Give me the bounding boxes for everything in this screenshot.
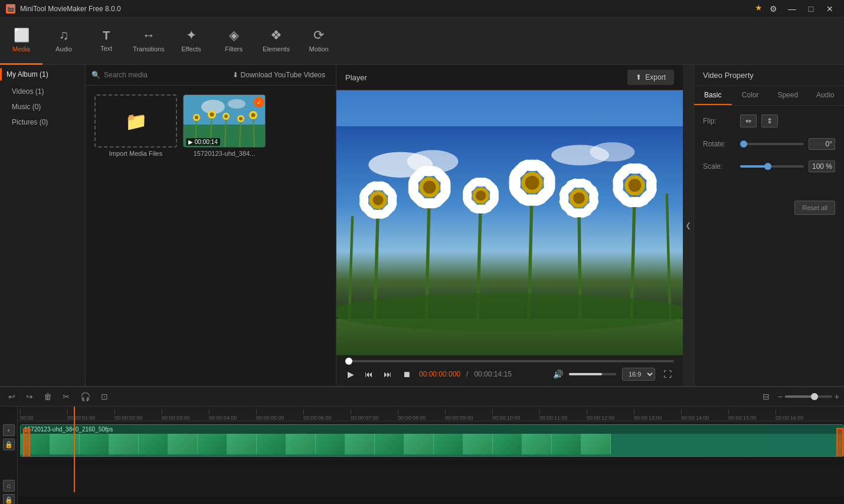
volume-slider[interactable]: [569, 373, 616, 375]
zoom-out-button[interactable]: −: [778, 392, 783, 401]
text-icon: T: [103, 29, 110, 42]
add-video-icon[interactable]: +: [3, 424, 15, 436]
tab-color[interactable]: Color: [732, 86, 770, 105]
minimize-button[interactable]: —: [784, 3, 800, 15]
crop-button[interactable]: ⊡: [97, 390, 112, 404]
toolbar-audio[interactable]: ♫ Audio: [42, 18, 85, 65]
scale-slider[interactable]: [740, 165, 804, 168]
lock-video-icon[interactable]: 🔒: [3, 438, 15, 450]
tick-16: 00:00:16:00: [776, 415, 804, 421]
clip-left-handle[interactable]: ⟩: [23, 428, 30, 457]
progress-thumb[interactable]: [345, 358, 352, 365]
tick-6: 00:00:06:00: [303, 415, 332, 421]
video-clip[interactable]: 15720123-uhd_3840_2160_50fps: [20, 424, 844, 457]
zoom-in-button[interactable]: +: [835, 392, 839, 401]
import-box[interactable]: 📁: [94, 94, 177, 148]
progress-bar[interactable]: [345, 360, 674, 362]
player-controls: ▶ ⏮ ⏭ ⏹ 00:00:00:000 / 00:00:14:15 🔊 16: [336, 355, 683, 386]
delete-button[interactable]: 🗑: [40, 390, 55, 404]
tab-audio[interactable]: Audio: [807, 86, 845, 105]
clip-right-handle[interactable]: ⟨: [836, 428, 843, 457]
playhead[interactable]: [74, 407, 75, 492]
timeline-tracks[interactable]: 00:00 00:00:01:00 00:00:02:00 00:00:03:0…: [18, 407, 844, 504]
audio-detach-button[interactable]: 🎧: [77, 390, 94, 404]
prev-button[interactable]: ⏮: [362, 367, 375, 381]
rotate-row: Rotate: 0°: [703, 138, 835, 150]
zoom-slider[interactable]: [785, 395, 832, 398]
album-tab[interactable]: My Album (1): [0, 68, 85, 81]
cut-button[interactable]: ✂: [59, 390, 73, 404]
zoom-thumb[interactable]: [811, 393, 818, 400]
rotate-value[interactable]: 0°: [809, 138, 835, 150]
next-button[interactable]: ⏭: [381, 367, 394, 381]
timeline-sidebar-icons: + 🔒 ♫ 🔒: [0, 407, 18, 504]
timescale: 00:00 00:00:01:00 00:00:02:00 00:00:03:0…: [18, 407, 844, 421]
nav-list: Videos (1) Music (0) Pictures (0): [0, 81, 85, 133]
volume-fill: [569, 373, 602, 375]
undo-button[interactable]: ↩: [5, 390, 19, 404]
flip-horizontal-button[interactable]: ⇔: [740, 114, 757, 127]
split-view-button[interactable]: ⊟: [759, 390, 773, 404]
lock-audio-icon[interactable]: 🔒: [3, 494, 15, 504]
toolbar-transitions[interactable]: ↔ Transitions: [127, 18, 170, 65]
volume-icon[interactable]: 🔊: [551, 367, 565, 381]
flip-vertical-button[interactable]: ⇕: [761, 114, 778, 127]
play-button[interactable]: ▶: [345, 367, 356, 381]
toolbar-elements-label: Elements: [263, 45, 290, 53]
add-audio-icon[interactable]: ♫: [3, 480, 15, 492]
toolbar-filters[interactable]: ◈ Filters: [212, 18, 255, 65]
redo-button[interactable]: ↪: [22, 390, 37, 404]
flip-row: Flip: ⇔ ⇕: [703, 114, 835, 127]
player-area: Player ⬆ Export: [336, 65, 683, 386]
titlebar-left: 🎬 MiniTool MovieMaker Free 8.0.0: [6, 4, 121, 14]
rotate-control: 0°: [740, 138, 835, 150]
stop-button[interactable]: ⏹: [400, 367, 413, 381]
toolbar-elements[interactable]: ❖ Elements: [255, 18, 297, 65]
nav-music[interactable]: Music (0): [0, 99, 85, 114]
search-input[interactable]: [104, 71, 224, 79]
aspect-ratio-select[interactable]: 16:9 4:3 1:1 9:16: [622, 368, 655, 381]
download-youtube-button[interactable]: ⬇ Download YouTube Videos: [228, 68, 330, 81]
close-button[interactable]: ✕: [822, 3, 838, 15]
toolbar-media[interactable]: ⬜ Media: [0, 18, 42, 65]
settings-button[interactable]: ⚙: [765, 3, 781, 15]
tab-basic[interactable]: Basic: [694, 86, 732, 105]
tab-speed[interactable]: Speed: [769, 86, 807, 105]
clip-label: 15720123-uhd_3840_2160_50fps: [21, 425, 843, 434]
rotate-thumb[interactable]: [740, 140, 747, 148]
clip-thumb-8: [227, 434, 257, 454]
titlebar-controls[interactable]: ★ ⚙ — □ ✕: [755, 3, 838, 15]
svg-point-18: [251, 113, 256, 117]
media-file-item[interactable]: ▶ 00:00:14 ✓ 15720123-uhd_384...: [183, 94, 266, 157]
clip-thumb-6: [168, 434, 198, 454]
side-collapse-arrow[interactable]: ❮: [683, 65, 693, 386]
toolbar-text[interactable]: T Text: [85, 18, 127, 65]
clip-thumb-18: [522, 434, 552, 454]
svg-point-16: [239, 117, 243, 120]
scale-row: Scale: 100 %: [703, 161, 835, 172]
import-media-item[interactable]: 📁 Import Media Files: [94, 94, 177, 157]
scale-thumb[interactable]: [764, 163, 771, 170]
rotate-label: Rotate:: [703, 140, 735, 148]
clip-thumb-7: [198, 434, 227, 454]
export-button[interactable]: ⬆ Export: [627, 70, 674, 85]
tick-13: 00:00:13:00: [634, 415, 662, 421]
total-time: 00:00:14:15: [474, 370, 511, 378]
nav-pictures[interactable]: Pictures (0): [0, 114, 85, 130]
nav-videos[interactable]: Videos (1): [0, 84, 85, 99]
rotate-slider[interactable]: [740, 143, 804, 145]
maximize-button[interactable]: □: [803, 3, 819, 15]
player-header: Player ⬆ Export: [336, 65, 683, 90]
clip-thumb-3: [80, 434, 109, 454]
scale-fill: [740, 165, 766, 168]
toolbar-media-label: Media: [12, 45, 30, 53]
download-label: Download YouTube Videos: [241, 71, 325, 79]
scale-value[interactable]: 100 %: [809, 161, 835, 172]
toolbar-effects[interactable]: ✦ Effects: [170, 18, 212, 65]
toolbar-motion[interactable]: ⟳ Motion: [297, 18, 340, 65]
reset-all-button[interactable]: Reset all: [794, 201, 835, 215]
media-thumbnail[interactable]: ▶ 00:00:14 ✓: [183, 94, 266, 148]
left-nav: My Album (1) Videos (1) Music (0) Pictur…: [0, 65, 86, 386]
fullscreen-button[interactable]: ⛶: [661, 367, 674, 381]
export-label: Export: [645, 73, 666, 81]
